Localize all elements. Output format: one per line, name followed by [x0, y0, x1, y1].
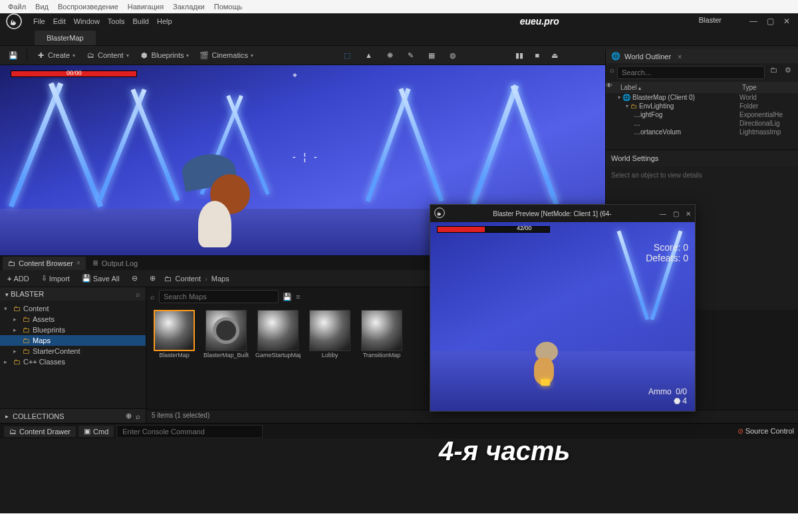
history-fwd-icon[interactable]: ⊕ — [146, 273, 159, 284]
outliner-row[interactable]: …DirectionalLig — [606, 119, 798, 128]
log-icon: ≣ — [92, 259, 98, 267]
maximize-icon[interactable]: ▢ — [673, 210, 679, 217]
source-control-icon: ⊘ — [737, 427, 743, 435]
viewport-tool-icons: ⬚ ▲ ❋ ✎ ▦ ◍ — [339, 49, 461, 62]
host-menu-item[interactable]: Навигация — [128, 3, 164, 11]
asset-item[interactable]: BlasterMap — [152, 310, 197, 359]
menu-edit[interactable]: Edit — [53, 17, 66, 25]
close-icon[interactable]: ✕ — [686, 210, 691, 217]
cmd-button[interactable]: ▣Cmd — [78, 426, 114, 437]
add-button[interactable]: +ADD — [4, 273, 33, 284]
menu-build[interactable]: Build — [133, 17, 149, 25]
source-control-button[interactable]: ⊘ Source Control — [737, 427, 794, 436]
menu-window[interactable]: Window — [74, 17, 100, 25]
unreal-editor: File Edit Window Tools Build Help eueu.p… — [0, 13, 798, 513]
project-name: Blaster — [679, 13, 741, 29]
tab-output-log[interactable]: ≣Output Log — [87, 256, 143, 270]
save-button[interactable]: 💾 — [4, 49, 23, 62]
history-back-icon[interactable]: ⊖ — [128, 273, 141, 284]
menu-help[interactable]: Help — [157, 17, 172, 25]
host-menu-item[interactable]: Закладки — [173, 3, 205, 11]
content-drawer-button[interactable]: 🗂Content Drawer — [4, 426, 76, 437]
foliage-icon[interactable]: ❋ — [382, 49, 398, 62]
fracture-icon[interactable]: ◍ — [445, 49, 461, 62]
breadcrumb-item[interactable]: Content — [176, 275, 201, 283]
folder-add-icon[interactable]: 🗀 — [767, 66, 779, 79]
asset-item[interactable]: Lobby — [307, 310, 352, 359]
tree-item[interactable]: ▸🗀Assets — [0, 314, 146, 325]
pause-icon[interactable]: ▮▮ — [511, 49, 528, 62]
close-tab-icon[interactable]: × — [76, 259, 80, 267]
brush-icon[interactable]: ✎ — [403, 49, 418, 62]
outliner-row[interactable]: …ortanceVolumLightmassImp — [606, 128, 798, 136]
content-button[interactable]: 🗂Content▾ — [81, 49, 134, 62]
folder-icon: 🗀 — [23, 347, 30, 355]
details-hint: Select an object to view details — [606, 166, 798, 184]
save-icon: 💾 — [82, 274, 91, 283]
cinematics-button[interactable]: 🎬Cinematics▾ — [195, 49, 257, 62]
tree-item[interactable]: ▸🗀Blueprints — [0, 325, 146, 335]
host-menu-item[interactable]: Вид — [35, 3, 49, 11]
stop-icon[interactable]: ■ — [531, 49, 545, 61]
tree-item-selected[interactable]: 🗀Maps — [0, 335, 146, 346]
settings-icon[interactable]: ⚙ — [782, 66, 794, 79]
landscape-icon[interactable]: ▲ — [360, 49, 377, 62]
breadcrumb-item[interactable]: Maps — [211, 275, 229, 283]
tab-content-browser[interactable]: 🗀Content Browser× — [3, 257, 86, 270]
outliner-rows: ▾🌐BlasterMap (Client 0)World ▾🗀EnvLighti… — [606, 93, 798, 136]
mesh-icon[interactable]: ▦ — [424, 49, 440, 62]
preview-ammo: Ammo 0/0 ⬣ 4 — [648, 387, 687, 406]
asset-item[interactable]: TransitionMap — [359, 310, 404, 359]
save-filter-icon[interactable]: 💾 — [283, 293, 292, 301]
preview-health-bar — [437, 226, 550, 233]
asset-item[interactable]: BlasterMap_BuiltData — [203, 310, 249, 359]
search-icon: ⌕ — [150, 293, 155, 301]
pie-preview-window[interactable]: Blaster Preview [NetMode: Client 1] (64-… — [430, 204, 696, 412]
close-tab-icon[interactable]: × — [678, 53, 682, 61]
select-mode-icon[interactable]: ⬚ — [339, 49, 355, 62]
tree-header[interactable]: ▾ BLASTER⌕ — [0, 287, 146, 301]
tree-item[interactable]: ▸🗀StarterContent — [0, 346, 146, 356]
save-all-button[interactable]: 💾Save All — [78, 273, 123, 284]
menu-file[interactable]: File — [33, 17, 45, 25]
eject-icon[interactable]: ⏏ — [547, 49, 563, 62]
add-icon[interactable]: ⊕ — [126, 412, 132, 420]
blueprint-icon: ⬢ — [140, 51, 149, 60]
tree-item[interactable]: ▾🗀Content — [0, 303, 146, 314]
host-menu-item[interactable]: Файл — [8, 3, 26, 11]
search-icon[interactable]: ⌕ — [136, 412, 140, 420]
world-settings-tab[interactable]: World Settings — [606, 150, 798, 166]
outliner-tab[interactable]: 🌐World Outliner× — [606, 49, 798, 63]
outliner-search-input[interactable] — [617, 66, 765, 79]
blueprints-button[interactable]: ⬢Blueprints▾ — [135, 49, 194, 62]
folder-icon: 🗀 — [23, 326, 30, 334]
outliner-row[interactable]: ▾🌐BlasterMap (Client 0)World — [606, 93, 798, 102]
minimize-icon[interactable]: — — [660, 210, 666, 217]
import-button[interactable]: ⇩Import — [38, 273, 73, 284]
host-menu-item[interactable]: Воспроизведение — [58, 3, 118, 11]
overlay-caption: 4-я часть — [439, 436, 570, 466]
outliner-row[interactable]: ▾🗀EnvLightingFolder — [606, 102, 798, 110]
tree-item[interactable]: ▸🗀C++ Classes — [0, 356, 146, 367]
preview-viewport[interactable]: 42/00 Score: 0 Defeats: 0 Ammo 0/0 ⬣ 4 — [430, 222, 695, 411]
close-icon[interactable]: ✕ — [783, 17, 790, 26]
create-button[interactable]: ✚Create▾ — [31, 49, 80, 62]
console-input[interactable] — [116, 425, 263, 438]
collections-header[interactable]: ▸COLLECTIONS⊕⌕ — [0, 408, 146, 423]
maximize-icon[interactable]: ▢ — [767, 17, 774, 26]
asset-search-input[interactable] — [159, 290, 279, 303]
minimize-icon[interactable]: — — [749, 17, 757, 26]
host-menubar: Файл Вид Воспроизведение Навигация Закла… — [0, 0, 798, 13]
filter-icon[interactable]: ≡ — [296, 293, 300, 301]
search-icon[interactable]: ⌕ — [136, 290, 140, 298]
asset-item[interactable]: GameStartupMap — [255, 310, 301, 359]
level-tab[interactable]: BlasterMap — [35, 31, 96, 45]
menu-tools[interactable]: Tools — [108, 17, 125, 25]
host-menu-item[interactable]: Помощь — [214, 3, 243, 11]
folder-icon: 🗀 — [23, 315, 30, 323]
preview-titlebar[interactable]: Blaster Preview [NetMode: Client 1] (64-… — [430, 205, 695, 222]
grenade-icon: ⬣ — [674, 396, 680, 406]
eye-icon[interactable]: 👁 — [606, 82, 618, 93]
outliner-row[interactable]: …ightFogExponentialHe — [606, 110, 798, 119]
hud-health-text: 00/00 — [66, 69, 82, 76]
